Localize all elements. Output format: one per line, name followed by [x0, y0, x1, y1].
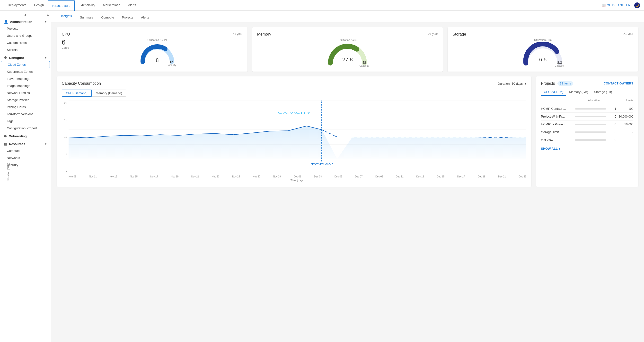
- x-label-15: Dec 09: [375, 175, 383, 178]
- memory-gauge-container: Utilization (GB) 27.8 48 Capacity: [257, 39, 438, 67]
- svg-text:CAPACITY: CAPACITY: [278, 111, 311, 114]
- sidebar-item-tags[interactable]: Tags: [0, 118, 51, 125]
- show-all-button[interactable]: SHOW ALL ▾: [541, 147, 633, 150]
- cpu-gauge-wrap: Utilization (GHz) 8 15: [72, 39, 242, 66]
- x-label-20: Dec 19: [478, 175, 486, 178]
- proj-tab-memory[interactable]: Memory (GB): [566, 89, 591, 96]
- duration-selector[interactable]: Duration 30 days ▾: [498, 82, 526, 85]
- nav-item-marketplace[interactable]: Marketplace: [99, 0, 124, 11]
- duration-value: 30 days: [512, 82, 523, 85]
- proj-limit-2: 10,000: [616, 123, 633, 126]
- sidebar-item-storage-profiles[interactable]: Storage Profiles: [0, 96, 51, 103]
- chart-tab-cpu[interactable]: CPU (Demand): [62, 90, 92, 97]
- sidebar-item-network-profiles[interactable]: Network Profiles: [0, 89, 51, 96]
- contact-owners-button[interactable]: CONTACT OWNERS: [604, 82, 633, 85]
- proj-tab-storage[interactable]: Storage (TB): [591, 89, 615, 96]
- proj-bar-0: [575, 108, 606, 110]
- sub-nav: Insights Summary Compute Projects Alerts: [51, 11, 644, 22]
- nav-item-extensibility[interactable]: Extensibility: [75, 0, 99, 11]
- sidebar-item-users-groups[interactable]: Users and Groups: [0, 32, 51, 39]
- x-label-2: Nov 13: [110, 175, 117, 178]
- sidebar-item-terraform-versions[interactable]: Terraform Versions: [0, 110, 51, 118]
- nav-item-alerts[interactable]: Alerts: [124, 0, 140, 11]
- x-label-11: Dec 01: [294, 175, 302, 178]
- sidebar-item-security[interactable]: Security: [0, 161, 51, 168]
- sidebar-section-onboarding[interactable]: ⊕ Onboarding: [0, 132, 51, 139]
- cpu-capacity-wrap: 15 Capacity: [167, 60, 176, 66]
- proj-alloc-1: 0: [609, 115, 616, 118]
- memory-capacity-value: 48: [362, 61, 366, 65]
- tab-summary[interactable]: Summary: [76, 11, 98, 22]
- x-label-22: Dec 23: [518, 175, 526, 178]
- nav-item-deployments[interactable]: Deployments: [4, 0, 30, 11]
- storage-period: >1 year: [624, 32, 633, 36]
- guided-setup-button[interactable]: 📖 GUIDED SETUP: [602, 4, 630, 7]
- cpu-gauge-left: 6 Cores: [62, 39, 69, 49]
- x-label-16: Dec 11: [396, 175, 404, 178]
- sidebar-item-secrets[interactable]: Secrets: [0, 46, 51, 53]
- sidebar-item-compute[interactable]: Compute: [0, 147, 51, 154]
- cpu-gauge-svg-wrap: 8 15 Capacity: [138, 42, 177, 66]
- proj-alloc-4: 0: [609, 138, 616, 142]
- y-tick-20: 20: [64, 101, 67, 104]
- sidebar-item-custom-roles[interactable]: Custom Roles: [0, 39, 51, 46]
- chart-tab-memory[interactable]: Memory (Demand): [92, 90, 126, 97]
- storage-card: Storage >1 year Utilization (TB) 6.5: [448, 27, 638, 72]
- configure-chevron: ▼: [44, 57, 47, 59]
- show-all-label: SHOW ALL: [541, 147, 558, 150]
- sidebar-scroll-up[interactable]: ▲: [24, 13, 27, 16]
- right-panel: Insights Summary Compute Projects Alerts…: [51, 11, 644, 342]
- sidebar-item-pricing-cards[interactable]: Pricing Cards: [0, 103, 51, 110]
- top-nav: Deployments Design Infrastructure Extens…: [0, 0, 644, 11]
- tab-compute[interactable]: Compute: [97, 11, 118, 22]
- configure-icon: ⚙: [4, 56, 7, 60]
- tab-insights[interactable]: Insights: [57, 12, 76, 22]
- tab-alerts[interactable]: Alerts: [137, 11, 153, 22]
- storage-title: Storage: [452, 32, 466, 37]
- x-label-9: Nov 27: [252, 175, 260, 178]
- cpu-period: >1 year: [233, 32, 242, 36]
- sidebar-item-image-mappings[interactable]: Image Mappings: [0, 82, 51, 89]
- tab-projects[interactable]: Projects: [118, 11, 137, 22]
- sidebar-item-projects[interactable]: Projects: [0, 25, 51, 32]
- show-all-chevron-icon: ▾: [559, 147, 560, 150]
- x-label-19: Dec 17: [457, 175, 465, 178]
- storage-card-header: Storage >1 year: [452, 32, 633, 37]
- projects-badge: 13 items: [558, 81, 573, 86]
- nav-item-design[interactable]: Design: [30, 0, 48, 11]
- sidebar-section-administration[interactable]: 👤 Administration ▼: [0, 17, 51, 25]
- memory-title: Memory: [257, 32, 271, 37]
- sidebar-item-cloud-zones[interactable]: Cloud Zones: [1, 61, 50, 68]
- sidebar-item-networks[interactable]: Networks: [0, 154, 51, 161]
- sidebar-collapse-button[interactable]: «: [47, 13, 49, 17]
- dark-mode-toggle[interactable]: 🌙: [634, 3, 640, 8]
- proj-alloc-3: 0: [609, 130, 616, 134]
- cpu-used-value: 8: [156, 57, 158, 64]
- x-label-4: Nov 17: [150, 175, 158, 178]
- cpu-card: CPU >1 year 6 Cores Utilization (GHz): [57, 27, 248, 72]
- memory-utilization-label: Utilization (GB): [339, 39, 357, 41]
- sidebar-section-resources[interactable]: ▤ Resources ▼: [0, 139, 51, 147]
- capacity-consumption-card: Capacity Consumption Duration 30 days ▾ …: [57, 76, 531, 187]
- storage-used-value: 6.5: [539, 57, 547, 63]
- proj-bar-4: [575, 139, 606, 141]
- nav-item-infrastructure[interactable]: Infrastructure: [48, 1, 75, 11]
- sidebar-section-configure[interactable]: ⚙ Configure ▼: [0, 53, 51, 61]
- proj-limit-4: -: [616, 138, 633, 142]
- cpu-title: CPU: [62, 32, 70, 37]
- col-limits: Limits: [612, 99, 633, 102]
- proj-tab-cpu[interactable]: CPU (vCPUs): [541, 89, 566, 96]
- projects-title: Projects: [541, 81, 555, 86]
- proj-name-0: HCMP-Contact-...: [541, 107, 572, 110]
- proj-row-4: test vc67 0 -: [541, 136, 633, 144]
- sidebar-item-config-properties[interactable]: Configuration Propert...: [0, 125, 51, 132]
- x-label-1: Nov 11: [89, 175, 97, 178]
- sidebar-item-flavor-mappings[interactable]: Flavor Mappings: [0, 75, 51, 82]
- resources-chevron: ▼: [44, 143, 47, 145]
- memory-used-value: 27.8: [342, 57, 353, 63]
- projects-header: Projects 13 items CONTACT OWNERS: [541, 81, 633, 86]
- cpu-cores-label: Cores: [62, 46, 69, 49]
- capacity-header: Capacity Consumption Duration 30 days ▾: [62, 81, 526, 86]
- proj-row-3: storage_limit 0 -: [541, 128, 633, 136]
- sidebar-item-kubernetes-zones[interactable]: Kubernetes Zones: [0, 68, 51, 75]
